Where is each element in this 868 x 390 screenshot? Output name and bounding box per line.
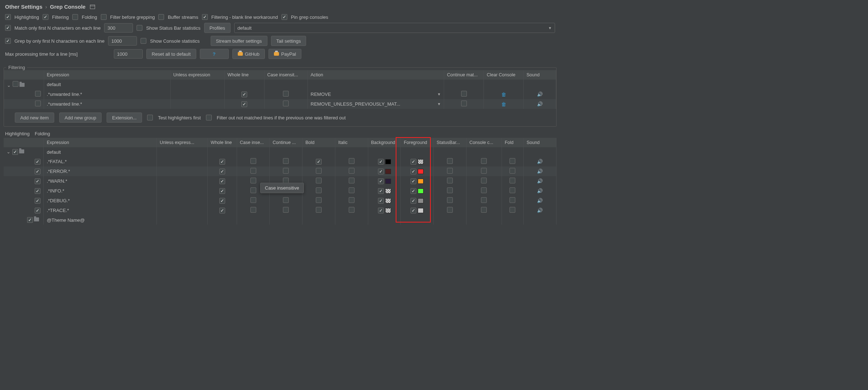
console-checkbox[interactable] [481,158,487,164]
italic-checkbox[interactable] [349,207,354,213]
background-checkbox[interactable] [378,169,384,174]
whole-line-checkbox[interactable] [219,198,225,204]
whole-line-checkbox[interactable] [219,159,225,165]
statusbar-checkbox[interactable] [447,197,453,203]
reset-button[interactable]: Reset all to default [146,49,196,59]
expand-arrow-icon[interactable]: ⌄ [7,149,10,154]
table-row[interactable]: .*FATAL.* 🔊 [4,157,557,166]
background-checkbox[interactable] [378,188,384,194]
whole-line-checkbox[interactable] [219,208,225,213]
continue-checkbox[interactable] [283,207,289,213]
column-header[interactable]: Italic [335,138,368,147]
italic-checkbox[interactable] [349,158,354,164]
case-insensitive-checkbox[interactable] [250,187,256,193]
console-checkbox[interactable] [481,187,487,193]
foreground-checkbox[interactable] [411,208,416,213]
expression-cell[interactable]: .*FATAL.* [44,157,157,166]
column-header[interactable]: Whole line [208,138,237,147]
bold-checkbox[interactable] [316,197,322,203]
column-header[interactable]: Expression [44,138,157,147]
breadcrumb-parent[interactable]: Other Settings [5,4,42,10]
match-n-input[interactable] [104,23,133,33]
case-insensitive-checkbox[interactable] [250,168,256,174]
statusbar-checkbox[interactable] [447,207,453,213]
column-header[interactable]: Whole line [224,70,264,80]
table-row[interactable]: .*unwanted line.* REMOVE_UNLESS_PREVIOUS… [4,99,556,109]
italic-checkbox[interactable] [349,178,354,183]
fold-checkbox[interactable] [510,158,515,164]
row-enable-checkbox[interactable] [35,198,40,204]
folding-checkbox[interactable] [72,14,78,20]
whole-line-checkbox[interactable] [219,188,225,194]
column-header[interactable]: Continue mat... [444,70,484,80]
whole-line-checkbox[interactable] [219,169,225,174]
column-header[interactable]: Bold [302,138,335,147]
bold-checkbox[interactable] [316,168,322,174]
continue-checkbox[interactable] [461,101,467,106]
bold-checkbox[interactable] [316,159,322,165]
foreground-checkbox[interactable] [411,178,416,184]
column-header[interactable]: Foreground [401,138,434,147]
row-enable-checkbox[interactable] [35,101,41,106]
continue-checkbox[interactable] [283,197,289,203]
foreground-checkbox[interactable] [411,159,416,165]
expand-arrow-icon[interactable]: ⌄ [7,82,10,88]
expression-cell[interactable]: .*unwanted line.* [44,89,170,99]
row-enable-checkbox[interactable] [35,208,40,213]
column-header[interactable]: Console c... [466,138,502,147]
sound-icon[interactable]: 🔊 [537,159,543,164]
column-header[interactable]: Sound [524,70,556,80]
bold-checkbox[interactable] [316,178,322,183]
sound-icon[interactable]: 🔊 [537,101,543,107]
bold-checkbox[interactable] [316,207,322,213]
grep-n-input[interactable] [108,36,137,46]
row-enable-checkbox[interactable] [35,159,40,165]
extension-button[interactable]: Extension... [107,113,142,123]
whole-line-checkbox[interactable] [219,178,225,184]
console-checkbox[interactable] [481,207,487,213]
fold-checkbox[interactable] [510,197,515,203]
sound-icon[interactable]: 🔊 [537,208,543,213]
case-insensitive-checkbox[interactable] [250,207,256,213]
trash-icon[interactable]: 🗑 [501,101,506,107]
fold-checkbox[interactable] [510,207,515,213]
tab-highlighting[interactable]: Highlighting [5,131,30,136]
column-header[interactable]: Sound [524,138,557,147]
sound-icon[interactable]: 🔊 [537,188,543,194]
column-header[interactable]: Expression [44,70,170,80]
group-checkbox[interactable] [12,149,18,155]
test-highlighters-checkbox[interactable] [147,115,153,120]
case-insensitive-checkbox[interactable] [250,158,256,164]
column-header[interactable]: Clear Console [484,70,524,80]
column-header[interactable]: Case insensit... [264,70,308,80]
foreground-checkbox[interactable] [411,198,416,204]
console-checkbox[interactable] [481,168,487,174]
case-insensitive-checkbox[interactable] [250,197,256,203]
expression-cell[interactable]: .*INFO.* [44,186,157,196]
buffer-streams-checkbox[interactable] [158,14,164,20]
foreground-checkbox[interactable] [411,169,416,174]
statusbar-checkbox[interactable] [447,158,453,164]
trash-icon[interactable]: 🗑 [501,92,506,97]
max-time-input[interactable] [114,49,143,59]
sound-icon[interactable]: 🔊 [537,169,543,174]
paypal-button[interactable]: PayPal [268,49,301,59]
show-status-checkbox[interactable] [137,25,142,31]
filtering-checkbox[interactable] [43,14,48,20]
italic-checkbox[interactable] [349,187,354,193]
continue-checkbox[interactable] [461,91,467,97]
fold-checkbox[interactable] [510,178,515,183]
background-checkbox[interactable] [378,198,384,204]
show-console-checkbox[interactable] [141,38,146,44]
pin-checkbox[interactable] [282,14,287,20]
stream-settings-button[interactable]: Stream buffer settings [211,36,267,46]
column-header[interactable] [4,70,44,80]
continue-checkbox[interactable] [283,158,289,164]
fold-checkbox[interactable] [510,187,515,193]
row-enable-checkbox[interactable] [35,91,41,97]
group-name[interactable]: @Theme Name@ [44,215,157,225]
whole-line-checkbox[interactable] [241,92,247,97]
column-header[interactable]: Unless expression [170,70,224,80]
case-insensitive-checkbox[interactable] [250,178,256,183]
row-enable-checkbox[interactable] [35,169,40,174]
